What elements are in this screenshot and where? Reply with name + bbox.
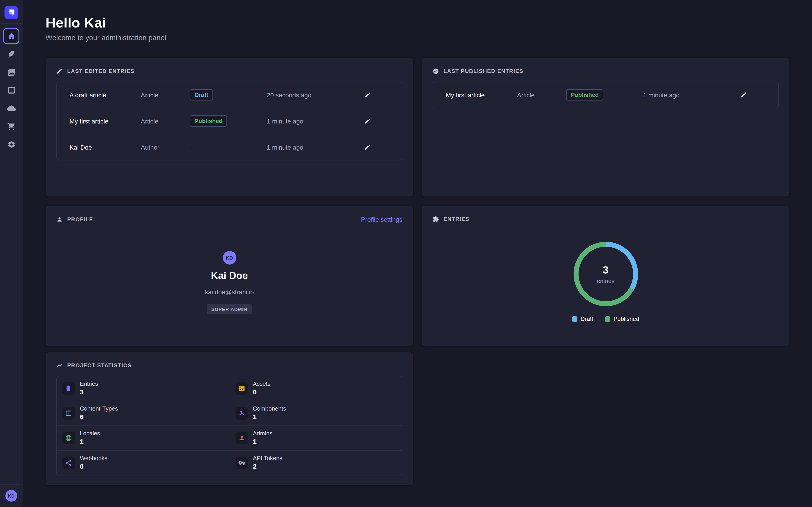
table-row[interactable]: Kai Doe Author - 1 minute ago — [57, 134, 402, 160]
table-row[interactable]: My first article Article Published 1 min… — [57, 108, 402, 134]
image-icon — [235, 382, 248, 395]
pencil-icon — [364, 144, 371, 151]
stat-value: 0 — [80, 462, 107, 470]
entry-title: My first article — [69, 117, 141, 125]
entry-kind: Author — [141, 144, 190, 151]
widget-project-statistics: Project Statistics Entries 3 Assets 0 Co… — [46, 352, 413, 485]
widget-last-published-entries: Last published entries My first article … — [422, 58, 790, 196]
cloud-icon — [7, 104, 15, 112]
legend-draft-label: Draft — [580, 316, 593, 322]
feather-icon — [7, 50, 15, 58]
edit-entry-button[interactable] — [362, 90, 373, 100]
last-edited-table: A draft article Article Draft 20 seconds… — [56, 81, 402, 160]
stat-value: 1 — [253, 413, 286, 421]
status-empty: - — [190, 144, 267, 151]
entry-time: 20 seconds ago — [267, 91, 362, 99]
gear-icon — [7, 140, 15, 149]
sidebar-item-home[interactable] — [3, 28, 19, 44]
table-row[interactable]: My first article Article Published 1 min… — [433, 82, 778, 108]
page-subtitle: Welcome to your administration panel — [46, 34, 166, 42]
legend-draft-swatch — [572, 316, 577, 322]
media-library-icon — [7, 68, 15, 76]
stat-label: Assets — [253, 381, 270, 388]
widget-title: Profile — [67, 216, 93, 223]
sidebar-bottom-divider — [0, 485, 22, 485]
sidebar-user-avatar[interactable]: KD — [5, 490, 17, 502]
entry-title: My first article — [446, 91, 517, 99]
sidebar-item-media-library[interactable] — [3, 64, 19, 80]
legend-published-swatch — [605, 316, 610, 322]
sidebar-item-deploy[interactable] — [3, 100, 19, 116]
stat-api-tokens: API Tokens 2 — [230, 450, 402, 475]
cart-icon — [7, 122, 15, 130]
stat-admins: Admins 1 — [230, 426, 402, 450]
puzzle-icon — [433, 216, 439, 222]
trend-up-icon — [56, 362, 63, 369]
stat-locales: Locales 1 — [57, 426, 230, 450]
globe-icon — [62, 432, 75, 444]
key-icon — [235, 456, 248, 469]
sidebar-item-settings[interactable] — [3, 136, 19, 152]
pencil-icon — [364, 92, 371, 98]
sidebar-item-content-type-builder[interactable] — [3, 82, 19, 98]
stat-webhooks: Webhooks 0 — [57, 450, 230, 475]
sidebar-item-content-manager[interactable] — [3, 46, 19, 62]
entry-kind: Article — [517, 91, 566, 99]
stats-grid: Entries 3 Assets 0 Content-Types 6 Compo… — [56, 376, 402, 475]
pencil-icon — [364, 118, 371, 124]
page-header: Hello Kai Welcome to your administration… — [46, 15, 166, 42]
stat-value: 0 — [253, 388, 270, 396]
stat-label: Admins — [253, 431, 272, 437]
home-icon — [7, 32, 15, 40]
stat-label: API Tokens — [253, 455, 283, 462]
profile-email: kai.doe@strapi.io — [46, 288, 413, 296]
donut-legend: Draft Published — [422, 316, 790, 322]
sidebar-item-marketplace[interactable] — [3, 118, 19, 134]
stat-content-types: Content-Types 6 — [57, 401, 230, 426]
strapi-admin-dashboard: KD Hello Kai Welcome to your administrat… — [0, 0, 812, 507]
donut-unit: entries — [597, 277, 614, 284]
stat-entries: Entries 3 — [57, 376, 230, 401]
profile-settings-link[interactable]: Profile settings — [361, 216, 402, 223]
stat-label: Entries — [80, 381, 98, 388]
user-icon — [56, 216, 63, 223]
legend-published-label: Published — [613, 316, 639, 322]
sidebar: KD — [0, 0, 23, 507]
widget-profile: Profile Profile settings KD Kai Doe kai.… — [46, 206, 413, 346]
stat-value: 1 — [80, 438, 100, 446]
last-published-table: My first article Article Published 1 min… — [433, 81, 779, 108]
layout-icon — [62, 407, 75, 419]
stat-components: Components 1 — [230, 401, 402, 426]
stat-value: 3 — [80, 388, 98, 396]
widget-title: Entries — [444, 216, 469, 222]
edit-entry-button[interactable] — [362, 116, 373, 126]
profile-name: Kai Doe — [46, 270, 413, 282]
cluster-icon — [235, 407, 248, 419]
entry-kind: Article — [141, 91, 190, 99]
layout-icon — [7, 86, 15, 95]
entries-donut-chart: 3 entries — [569, 238, 642, 310]
person-icon — [235, 432, 248, 444]
widget-entries-chart: Entries 3 entries Draft — [422, 206, 790, 346]
strapi-logo-icon[interactable] — [4, 6, 18, 19]
stat-label: Components — [253, 406, 286, 412]
table-row[interactable]: A draft article Article Draft 20 seconds… — [57, 82, 402, 108]
widget-last-edited-entries: Last edited entries A draft article Arti… — [46, 58, 413, 196]
entry-title: Kai Doe — [69, 144, 141, 151]
stat-assets: Assets 0 — [230, 376, 402, 401]
entry-time: 1 minute ago — [267, 144, 362, 151]
document-icon — [62, 382, 75, 395]
profile-role-badge: SUPER ADMIN — [206, 304, 252, 314]
status-badge: Published — [566, 89, 603, 101]
widget-title: Last edited entries — [67, 68, 135, 74]
edit-entry-button[interactable] — [739, 90, 749, 100]
status-badge: Draft — [190, 89, 213, 101]
entry-title: A draft article — [69, 91, 141, 99]
stat-value: 2 — [253, 462, 283, 470]
donut-total: 3 — [603, 264, 609, 276]
edit-entry-button[interactable] — [362, 142, 373, 152]
widget-title: Last published entries — [444, 68, 523, 74]
pencil-icon — [56, 68, 63, 74]
webhook-icon — [62, 456, 75, 469]
sidebar-nav — [3, 24, 19, 154]
